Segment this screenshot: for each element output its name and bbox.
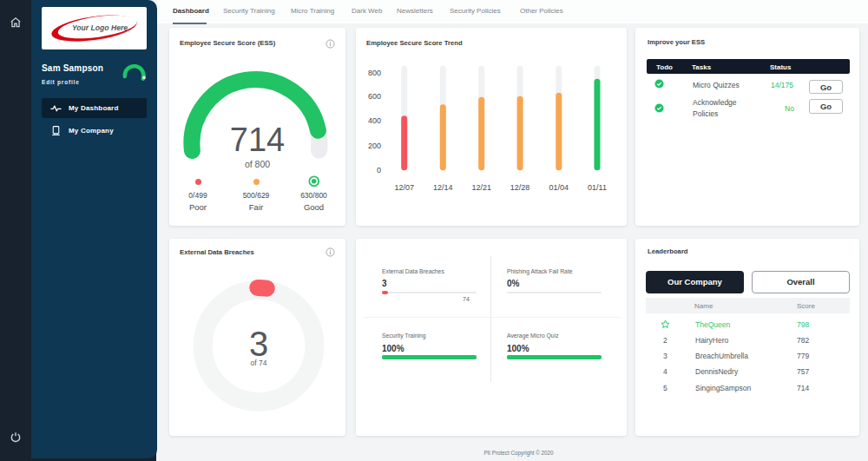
svg-text:12/14: 12/14: [433, 183, 453, 192]
svg-text:01/11: 01/11: [588, 183, 607, 192]
svg-text:800: 800: [368, 69, 381, 77]
svg-text:0: 0: [377, 166, 381, 175]
svg-text:600: 600: [368, 92, 381, 101]
svg-text:Your Logo Here: Your Logo Here: [72, 23, 128, 32]
svg-text:12/21: 12/21: [471, 183, 491, 192]
svg-text:200: 200: [368, 142, 381, 150]
svg-text:01/04: 01/04: [549, 183, 569, 192]
svg-text:12/07: 12/07: [394, 183, 414, 192]
svg-text:12/28: 12/28: [510, 183, 530, 192]
svg-text:of 74: of 74: [251, 359, 267, 367]
svg-text:400: 400: [368, 116, 381, 125]
svg-text:3: 3: [249, 325, 268, 363]
